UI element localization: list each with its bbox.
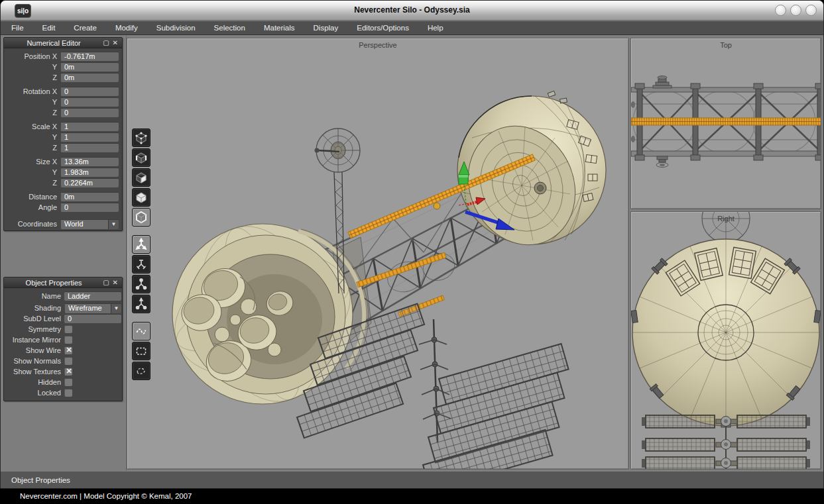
panel-close-icon[interactable]: ✕ (113, 38, 118, 48)
coordinates-dropdown[interactable]: World ▼ (60, 219, 119, 229)
menu-editors-options[interactable]: Editors/Options (347, 24, 418, 32)
checkbox-label: Locked (4, 389, 61, 397)
size-y-field[interactable]: 1.983m (60, 168, 119, 177)
rect-select-icon (135, 344, 148, 358)
checkbox-label: Show Wire (4, 346, 61, 354)
checkbox-label: Show Textures (4, 368, 61, 376)
right-viewport[interactable]: Right (630, 211, 821, 470)
top-view-scene (631, 38, 821, 209)
distance-field[interactable]: 0m (60, 192, 119, 201)
scale-tool-icon (135, 277, 148, 291)
solar-array-row (642, 457, 810, 470)
field-label: Scale X (4, 123, 57, 130)
field-label: Position X (4, 52, 57, 60)
rotation-x-field[interactable]: 0 (60, 87, 119, 96)
hidden-checkbox[interactable] (64, 378, 72, 386)
menu-file[interactable]: File (11, 24, 33, 32)
face-mode-button[interactable] (132, 168, 150, 187)
checkbox-label: Instance Mirror (4, 336, 61, 344)
universal-manipulator-icon (135, 297, 148, 311)
status-text: Object Properties (11, 476, 70, 484)
panel-detach-icon[interactable]: ▢ (103, 278, 109, 287)
scale-z-field[interactable]: 1 (60, 143, 119, 152)
locked-checkbox[interactable] (64, 389, 72, 397)
subd-level-field[interactable]: 0 (64, 314, 121, 323)
panel-detach-icon[interactable]: ▢ (103, 38, 109, 48)
angle-field[interactable]: 0 (60, 203, 119, 212)
numerical-editor-title: Numerical Editor (8, 39, 99, 47)
rotation-z-field[interactable]: 0 (60, 108, 119, 117)
field-label: Y (4, 133, 57, 141)
checkbox-label: Hidden (4, 378, 61, 386)
shading-dropdown[interactable]: Wireframe ▼ (64, 303, 121, 313)
menu-bar: File Edit Create Modify Subdivision Sele… (1, 21, 823, 35)
edge-mode-button[interactable] (132, 148, 150, 167)
position-z-field[interactable]: 0m (60, 73, 119, 82)
chevron-down-icon: ▼ (111, 304, 121, 313)
field-label: Y (4, 98, 57, 106)
paint-select-icon (135, 325, 148, 338)
multi-select-mode-button[interactable] (132, 208, 150, 227)
right-viewport-label: Right (631, 215, 821, 223)
size-z-field[interactable]: 0.2264m (60, 178, 119, 187)
face-mode-icon (135, 171, 148, 184)
window-controls (775, 5, 817, 16)
coordinates-value: World (61, 220, 108, 229)
solar-array-row (642, 415, 810, 428)
show-normals-checkbox[interactable] (64, 357, 72, 365)
spacecraft-model (127, 38, 629, 470)
perspective-viewport[interactable]: Perspective (127, 38, 629, 470)
show-wire-checkbox[interactable] (64, 346, 72, 354)
lasso-select-button[interactable] (132, 362, 150, 380)
paint-select-button[interactable] (132, 322, 150, 340)
close-button[interactable] (805, 5, 817, 16)
menu-selection[interactable]: Selection (205, 24, 255, 32)
menu-display[interactable]: Display (304, 24, 348, 32)
symmetry-checkbox[interactable] (64, 325, 72, 333)
move-tool-icon (135, 238, 148, 251)
panel-close-icon[interactable]: ✕ (113, 278, 118, 287)
top-viewport[interactable]: Top (630, 38, 821, 209)
rotate-tool-button[interactable] (132, 255, 150, 274)
right-view-scene (631, 212, 821, 470)
position-x-field[interactable]: -0.7617m (60, 52, 119, 61)
subd-label: SubD Level (4, 315, 61, 323)
menu-modify[interactable]: Modify (106, 24, 147, 32)
chevron-down-icon: ▼ (108, 220, 119, 229)
solar-array-row (642, 438, 810, 451)
top-view-ladder (631, 118, 821, 125)
minimize-button[interactable] (775, 5, 786, 16)
object-mode-icon (135, 191, 148, 204)
maximize-button[interactable] (790, 5, 801, 16)
field-label: Z (4, 144, 57, 152)
move-tool-button[interactable] (132, 235, 150, 254)
object-properties-title: Object Properties (8, 279, 99, 287)
title-bar[interactable]: si|o Nevercenter Silo - Odyssey.sia (1, 1, 823, 21)
field-label: Angle (4, 203, 57, 211)
show-textures-checkbox[interactable] (64, 368, 72, 376)
universal-manipulator-button[interactable] (132, 295, 150, 313)
position-y-field[interactable]: 0m (60, 62, 119, 72)
size-x-field[interactable]: 13.36m (60, 157, 119, 166)
scale-tool-button[interactable] (132, 275, 150, 293)
scale-y-field[interactable]: 1 (60, 132, 119, 142)
menu-subdivision[interactable]: Subdivision (147, 24, 205, 32)
vertex-mode-button[interactable] (132, 128, 150, 147)
habitat-sphere (449, 91, 606, 262)
menu-materials[interactable]: Materials (255, 24, 304, 32)
menu-edit[interactable]: Edit (33, 24, 65, 32)
menu-create[interactable]: Create (64, 24, 106, 32)
menu-help[interactable]: Help (418, 24, 453, 32)
rect-select-button[interactable] (132, 342, 150, 360)
object-mode-button[interactable] (132, 188, 150, 207)
name-field[interactable]: Ladder (64, 291, 121, 301)
rotate-tool-icon (135, 258, 148, 271)
gizmo-center-handle[interactable] (434, 203, 440, 209)
rotation-y-field[interactable]: 0 (60, 97, 119, 107)
numerical-editor-header[interactable]: Numerical Editor ▢ ✕ (4, 38, 122, 48)
instance-mirror-checkbox[interactable] (64, 336, 72, 344)
right-view-sphere (631, 239, 821, 427)
app-window: si|o Nevercenter Silo - Odyssey.sia File… (0, 0, 824, 489)
object-properties-header[interactable]: Object Properties ▢ ✕ (4, 277, 122, 288)
scale-x-field[interactable]: 1 (60, 122, 119, 131)
